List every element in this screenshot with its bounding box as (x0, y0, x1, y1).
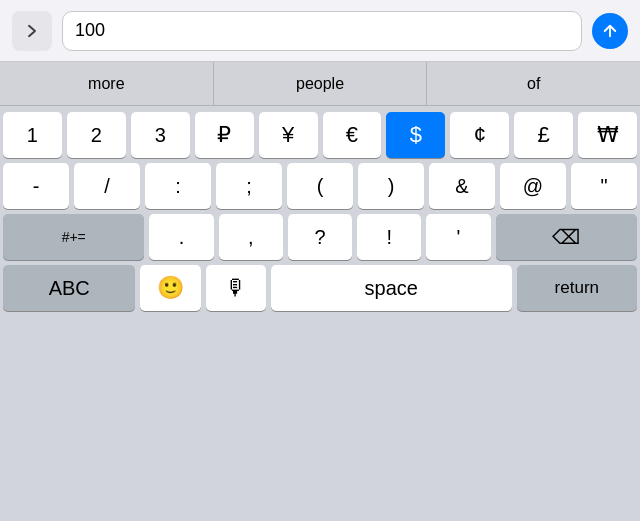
keyboard: ₽ ¥ € $ ¢ £ ₩ 1 2 3 - / : ; ( ) & @ " #+… (0, 106, 640, 521)
currency-popup-row: ₽ ¥ € $ ¢ £ ₩ (0, 112, 640, 158)
key-return[interactable]: return (517, 265, 637, 311)
key-euro[interactable]: € (323, 112, 382, 158)
autocomplete-more[interactable]: more (0, 62, 214, 105)
key-quote[interactable]: " (571, 163, 637, 209)
key-space[interactable]: space (271, 265, 512, 311)
search-input-wrap (62, 11, 582, 51)
key-yen[interactable]: ¥ (259, 112, 318, 158)
top-bar (0, 0, 640, 62)
chevron-right-icon (23, 22, 41, 40)
key-at[interactable]: @ (500, 163, 566, 209)
key-period[interactable]: . (149, 214, 213, 260)
key-mic[interactable]: 🎙 (206, 265, 266, 311)
autocomplete-of[interactable]: of (427, 62, 640, 105)
send-button[interactable] (592, 13, 628, 49)
key-abc[interactable]: ABC (3, 265, 135, 311)
bottom-row: ABC 🙂 🎙 space return (3, 265, 637, 311)
key-exclamation[interactable]: ! (357, 214, 421, 260)
key-dollar[interactable]: $ (386, 112, 445, 158)
autocomplete-bar: more people of (0, 62, 640, 106)
key-cent[interactable]: ¢ (450, 112, 509, 158)
key-slash[interactable]: / (74, 163, 140, 209)
delete-icon: ⌫ (552, 225, 580, 249)
symbol-row: - / : ; ( ) & @ " (3, 163, 637, 209)
key-semicolon[interactable]: ; (216, 163, 282, 209)
key-ruble[interactable]: ₽ (195, 112, 254, 158)
send-icon (601, 22, 619, 40)
key-dash[interactable]: - (3, 163, 69, 209)
key-ampersand[interactable]: & (429, 163, 495, 209)
key-colon[interactable]: : (145, 163, 211, 209)
key-hash-symbols[interactable]: #+= (3, 214, 144, 260)
key-apostrophe[interactable]: ' (426, 214, 490, 260)
key-pound[interactable]: £ (514, 112, 573, 158)
key-open-paren[interactable]: ( (287, 163, 353, 209)
key-comma[interactable]: , (219, 214, 283, 260)
misc-row: #+= . , ? ! ' ⌫ (3, 214, 637, 260)
key-question[interactable]: ? (288, 214, 352, 260)
autocomplete-people[interactable]: people (214, 62, 428, 105)
key-delete[interactable]: ⌫ (496, 214, 637, 260)
search-input[interactable] (75, 20, 569, 41)
key-emoji[interactable]: 🙂 (140, 265, 200, 311)
key-won[interactable]: ₩ (578, 112, 637, 158)
key-close-paren[interactable]: ) (358, 163, 424, 209)
chevron-button[interactable] (12, 11, 52, 51)
